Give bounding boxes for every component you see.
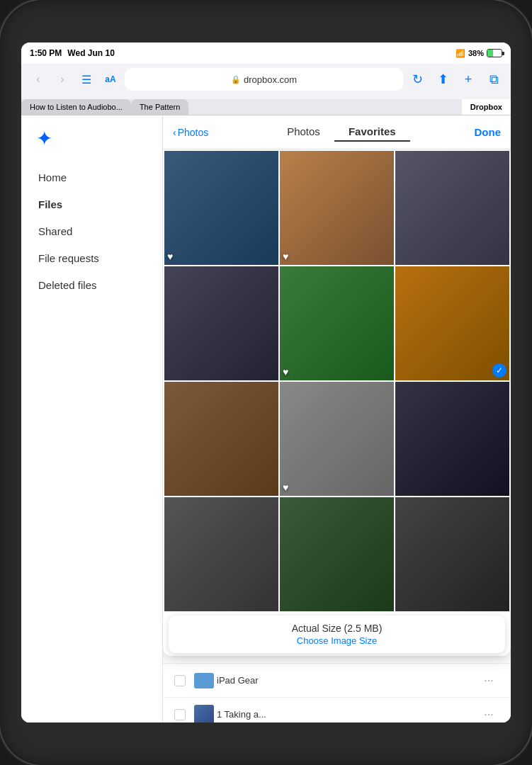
sidebar-nav: Home Files Shared File requests Deleted … [21,161,162,722]
heart-icon-2: ♥ [283,251,288,262]
tab-bar: How to Listen to Audiobo... The Pattern … [21,99,511,115]
chevron-left-icon: ‹ [173,127,176,138]
row-checkbox-3[interactable] [174,709,194,720]
photos-overlay: ‹ Photos Photos Favorites Do [163,115,511,656]
status-left: 1:50 PM Wed Jun 10 [30,48,115,58]
photo-cell-8[interactable]: ♥ [280,382,394,496]
file-area: ‹ Photos Photos Favorites Do [163,115,511,722]
text-size-button[interactable]: aA [101,69,120,89]
photos-done-button[interactable]: Done [475,126,502,138]
url-text: dropbox.com [244,74,297,85]
file-name-3: 1 Taking a... [217,709,266,720]
sidebar-item-deleted-files[interactable]: Deleted files [27,272,157,298]
back-button[interactable]: ‹ [28,69,48,89]
reload-button[interactable]: ↻ [407,69,427,89]
tab-favorites[interactable]: Favorites [334,123,410,142]
file-menu-btn-3[interactable]: ··· [478,708,499,721]
photo-cell-10[interactable] [164,497,278,611]
folder-thumb-2 [194,673,217,688]
new-tab-button[interactable]: + [458,69,478,89]
tabs-button[interactable]: ⧉ [484,69,504,89]
photos-grid: ♥ ♥ ♥ ✓ [163,149,511,613]
photos-header: ‹ Photos Photos Favorites Do [163,115,511,149]
photo-cell-6[interactable]: ✓ [395,266,509,380]
reader-view-button[interactable]: ☰ [77,69,96,89]
status-right: 📶 38% [455,49,502,58]
tab-audiobook[interactable]: How to Listen to Audiobo... [21,99,131,115]
sidebar-item-files[interactable]: Files [27,191,157,217]
row-checkbox-2[interactable] [174,675,194,686]
tab-dropbox[interactable]: Dropbox [462,99,511,115]
choose-size-button[interactable]: Choose Image Size [183,635,491,646]
file-name-wrap-2: iPad Gear [217,675,393,686]
heart-icon-8: ♥ [283,482,288,493]
photo-cell-9[interactable] [395,382,509,496]
photo-cell-5[interactable]: ♥ [280,266,394,380]
file-row-3[interactable]: 1 Taking a... ··· [163,698,511,722]
wifi-icon: 📶 [455,49,465,58]
photo-cell-11[interactable] [280,497,394,611]
photo-cell-7[interactable] [164,382,278,496]
photo-cell-2[interactable]: ♥ [280,151,394,265]
actual-size-label: Actual Size (2.5 MB) [183,623,491,634]
photo-cell-4[interactable] [164,266,278,380]
tab-pattern[interactable]: The Pattern [131,99,188,115]
time: 1:50 PM [30,48,62,58]
sidebar-item-file-requests[interactable]: File requests [27,245,157,271]
battery-label: 38% [468,49,484,57]
main-content: ✦ Home Files Shared File requests [21,115,511,722]
dropbox-icon: ✦ [36,127,52,150]
sidebar-item-shared[interactable]: Shared [27,218,157,244]
browser-chrome: ‹ › ☰ aA 🔒 dropbox.com ↻ ⬆ + ⧉ [21,64,511,99]
photo-cell-1[interactable]: ♥ [164,151,278,265]
lock-icon: 🔒 [231,75,241,84]
forward-button[interactable]: › [52,69,72,89]
heart-icon-5: ♥ [283,366,288,378]
battery-icon [487,49,502,57]
heart-icon-1: ♥ [167,251,173,262]
screen: 1:50 PM Wed Jun 10 📶 38% ‹ › ☰ aA 🔒 drop [21,42,511,722]
sidebar-item-home[interactable]: Home [27,164,157,191]
sidebar: ✦ Home Files Shared File requests [21,115,163,722]
device-frame: 1:50 PM Wed Jun 10 📶 38% ‹ › ☰ aA 🔒 drop [0,0,532,765]
file-row-ipad-gear[interactable]: iPad Gear ··· [163,664,511,698]
nav-actions: ↻ ⬆ + ⧉ [407,69,504,89]
status-bar: 1:50 PM Wed Jun 10 📶 38% [21,42,511,64]
file-thumb-3 [194,705,217,723]
photos-tabs: Photos Favorites [208,123,474,142]
file-menu-btn-2[interactable]: ··· [478,674,499,687]
file-name-wrap-3: 1 Taking a... [217,709,393,720]
share-button[interactable]: ⬆ [433,69,453,89]
selected-badge-6: ✓ [492,363,506,378]
url-bar[interactable]: 🔒 dropbox.com [125,68,403,91]
browser-nav: ‹ › ☰ aA 🔒 dropbox.com ↻ ⬆ + ⧉ [28,68,504,91]
file-name-2: iPad Gear [217,675,259,686]
tab-spacer [188,99,461,115]
sidebar-logo: ✦ [21,115,162,161]
tab-photos[interactable]: Photos [273,123,334,142]
photo-cell-12[interactable] [395,497,509,611]
dropbox-logo: ✦ [33,127,55,149]
size-tooltip: Actual Size (2.5 MB) Choose Image Size [169,616,505,653]
photo-cell-3[interactable] [395,151,509,265]
date: Wed Jun 10 [67,48,114,58]
photos-back-button[interactable]: ‹ Photos [173,127,208,138]
